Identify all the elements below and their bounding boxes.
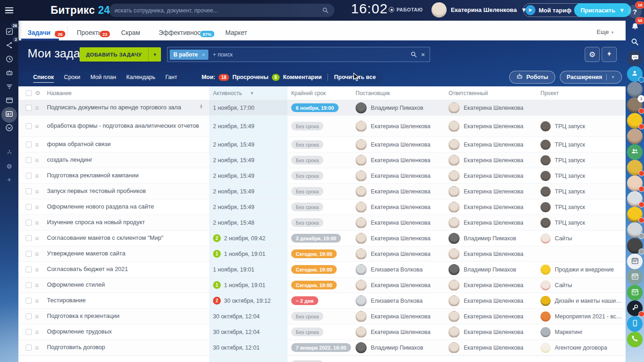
table-row[interactable]: ≡Изучение спроса на новый продукт2 ноябр… xyxy=(18,215,626,231)
row-checkbox[interactable] xyxy=(26,345,32,351)
sidebar-item-contact-card[interactable] xyxy=(1,107,17,123)
row-checkbox[interactable] xyxy=(26,266,32,272)
comments-link[interactable]: Комментарии xyxy=(283,74,322,80)
project-cell[interactable]: ТРЦ запуск xyxy=(540,202,626,212)
project-cell[interactable]: ТРЦ запуск xyxy=(540,187,626,197)
avatar[interactable] xyxy=(431,2,447,17)
task-name[interactable]: Подписать документы по аренде торгового … xyxy=(47,104,209,112)
drag-handle-icon[interactable]: ≡ xyxy=(35,250,47,258)
responsible-cell[interactable]: Екатерина Шеленкова xyxy=(448,155,540,166)
deadline-badge[interactable]: 6 ноября, 19:00 xyxy=(291,103,339,112)
sidebar-item-gear[interactable]: ⚙ xyxy=(3,160,16,173)
project-cell[interactable]: Дизайн и макеты наши… xyxy=(540,296,626,306)
view-tab-гант[interactable]: Гант xyxy=(160,74,182,80)
setter-cell[interactable]: Екатерина Шеленкова xyxy=(356,233,448,244)
deadline-badge[interactable]: Без срока xyxy=(291,122,323,130)
avatar[interactable] xyxy=(627,113,643,129)
drag-handle-icon[interactable]: ≡ xyxy=(35,328,47,336)
sidebar-item-person-clock[interactable] xyxy=(627,66,643,82)
row-checkbox[interactable] xyxy=(26,251,32,257)
column-header-project[interactable]: Проект xyxy=(540,90,626,96)
chevron-down-icon[interactable]: ▼ xyxy=(148,47,161,62)
task-name[interactable]: Запуск первых тестовый пробников xyxy=(47,187,209,195)
task-name[interactable]: Оформление нового раздела на сайте xyxy=(47,203,209,210)
responsible-cell[interactable]: Екатерина Шеленкова xyxy=(448,121,540,132)
setter-cell[interactable]: Екатерина Шеленкова xyxy=(356,249,448,260)
setter-cell[interactable]: Екатерина Шеленкова xyxy=(356,217,448,228)
row-checkbox[interactable] xyxy=(26,204,32,210)
row-checkbox[interactable] xyxy=(26,298,32,304)
settings-button[interactable]: ⚙ xyxy=(585,47,600,62)
task-name[interactable]: Тестирование xyxy=(47,297,209,304)
deadline-badge[interactable]: Без срока xyxy=(291,171,323,180)
task-name[interactable]: Подготовить договор xyxy=(47,344,209,351)
responsible-cell[interactable]: Екатерина Шеленкова xyxy=(448,327,540,338)
task-name[interactable]: обработка формы - подготовка аналитическ… xyxy=(47,122,209,130)
user-menu[interactable]: Екатерина Шеленкова ▼ xyxy=(431,2,527,17)
row-checkbox[interactable] xyxy=(26,173,32,179)
task-name[interactable]: Изучение спроса на новый продукт xyxy=(47,219,209,226)
deadline-badge[interactable]: Сегодня, 19:00 xyxy=(291,265,337,274)
responsible-cell[interactable]: Владимир Пимахов xyxy=(448,264,540,275)
sidebar-item-share[interactable]: 2 xyxy=(1,38,17,54)
project-cell[interactable]: Сайты xyxy=(540,280,626,290)
gear-icon[interactable]: ⚙ xyxy=(35,90,47,96)
deadline-badge[interactable]: Без срока xyxy=(291,328,323,336)
tab-задачи[interactable]: Задачи❯26 xyxy=(18,29,67,40)
table-row[interactable]: ≡создать лендинг2 ноября, 15:49Без срока… xyxy=(18,153,626,168)
task-name[interactable]: форма обратной связи xyxy=(47,141,209,148)
sidebar-item-filter[interactable] xyxy=(1,79,17,95)
robots-button[interactable]: Роботы xyxy=(509,71,555,84)
sidebar-item-plus[interactable]: + xyxy=(3,174,16,187)
add-task-button[interactable]: ДОБАВИТЬ ЗАДАЧУ ▼ xyxy=(80,47,161,62)
column-header-setter[interactable]: Постановщик xyxy=(356,90,448,96)
avatar[interactable] xyxy=(627,175,643,191)
row-checkbox[interactable] xyxy=(26,188,32,194)
table-row[interactable]: ≡Подготовить договор30 октября, 12:017 я… xyxy=(18,340,626,356)
deadline-badge[interactable]: Без срока xyxy=(291,187,323,196)
sidebar-item-search[interactable] xyxy=(627,35,643,51)
drag-handle-icon[interactable]: ≡ xyxy=(35,141,47,148)
responsible-cell[interactable]: Екатерина Шеленкова xyxy=(448,170,540,181)
project-cell[interactable]: Продажи и внедрение xyxy=(540,265,626,275)
responsible-cell[interactable]: Екатерина Шеленкова xyxy=(448,249,540,260)
view-tab-мой-план[interactable]: Мой план xyxy=(86,74,121,80)
project-cell[interactable]: Сайты xyxy=(540,233,626,243)
drag-handle-icon[interactable]: ≡ xyxy=(35,234,47,242)
view-tab-список[interactable]: Список xyxy=(28,74,59,80)
table-row[interactable]: ≡Утверждение макетов сайта11 ноября, 19:… xyxy=(18,246,626,262)
responsible-cell[interactable]: Екатерина Шеленкова xyxy=(448,311,540,322)
sidebar-item-bell[interactable]: 55 xyxy=(627,19,643,35)
responsible-cell[interactable]: Екатерина Шеленкова xyxy=(448,342,540,353)
project-cell[interactable]: Мероприятия 2021 - вс… xyxy=(540,311,626,322)
search-icon[interactable] xyxy=(410,51,417,58)
task-name[interactable]: Оформление стилей xyxy=(47,281,209,288)
deadline-badge[interactable]: Сегодня, 19:00 xyxy=(291,281,337,289)
table-row[interactable]: ≡Подготовка рекламной кампании2 ноября, … xyxy=(18,168,626,184)
responsible-cell[interactable]: Екатерина Шеленкова xyxy=(448,280,540,291)
drag-handle-icon[interactable]: ≡ xyxy=(35,312,47,320)
tab-проекты[interactable]: Проекты23 xyxy=(68,29,112,40)
extensions-button[interactable]: Расширения▼ xyxy=(560,71,622,84)
row-checkbox[interactable] xyxy=(26,329,32,335)
row-checkbox[interactable] xyxy=(26,282,32,288)
tab-эффективность[interactable]: Эффективность87% xyxy=(150,29,216,40)
setter-cell[interactable]: Екатерина Шеленкова xyxy=(356,121,448,132)
avatar[interactable] xyxy=(627,222,643,238)
hamburger-menu-icon[interactable] xyxy=(0,7,18,14)
table-row[interactable]: ≡Оформление трудовых30 октября, 12:04Без… xyxy=(18,324,626,340)
row-checkbox[interactable] xyxy=(26,220,32,226)
drag-handle-icon[interactable]: ≡ xyxy=(35,266,47,273)
setter-cell[interactable]: Екатерина Шеленкова xyxy=(356,311,448,322)
task-name[interactable]: создать лендинг xyxy=(47,156,209,164)
setter-cell[interactable]: Екатерина Шеленкова xyxy=(356,186,448,197)
overdue-count-badge[interactable]: 18 xyxy=(218,74,229,81)
invite-button[interactable]: Пригласить▼ xyxy=(574,3,631,17)
table-row[interactable]: ≡Запуск первых тестовый пробников2 ноябр… xyxy=(18,184,626,199)
table-row[interactable]: ≡Согласование макетов с склиентом "Мир"2… xyxy=(18,231,626,246)
column-header-name[interactable]: Название xyxy=(47,90,209,96)
sidebar-item-calendar[interactable] xyxy=(627,254,643,269)
row-checkbox[interactable] xyxy=(26,235,32,241)
column-header-deadline[interactable]: Крайний срок xyxy=(288,90,356,96)
avatar[interactable]: 1 xyxy=(627,97,643,113)
